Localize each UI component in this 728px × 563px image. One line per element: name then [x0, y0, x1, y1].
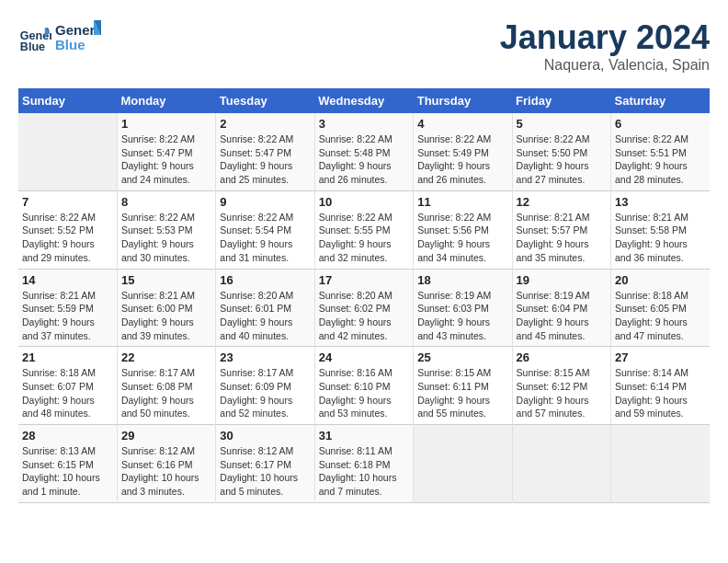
day-number: 10: [319, 195, 409, 209]
calendar-cell: 6Sunrise: 8:22 AMSunset: 5:51 PMDaylight…: [611, 113, 710, 190]
calendar-cell: 10Sunrise: 8:22 AMSunset: 5:55 PMDayligh…: [314, 190, 413, 269]
calendar-cell: 4Sunrise: 8:22 AMSunset: 5:49 PMDaylight…: [414, 113, 512, 190]
day-info: Sunrise: 8:13 AMSunset: 6:15 PMDaylight:…: [22, 444, 113, 499]
col-thursday: Thursday: [414, 88, 512, 113]
day-info: Sunrise: 8:19 AMSunset: 6:03 PMDaylight:…: [417, 289, 507, 343]
day-number: 11: [417, 195, 507, 209]
calendar-cell: 21Sunrise: 8:18 AMSunset: 6:07 PMDayligh…: [18, 347, 117, 425]
day-number: 12: [517, 195, 607, 209]
calendar-cell: 22Sunrise: 8:17 AMSunset: 6:08 PMDayligh…: [117, 347, 215, 425]
day-number: 23: [220, 350, 310, 364]
calendar-cell: [414, 425, 512, 503]
calendar-cell: [611, 425, 710, 503]
logo-graphic: General Blue: [55, 18, 101, 57]
calendar-table: Sunday Monday Tuesday Wednesday Thursday…: [18, 88, 710, 503]
day-info: Sunrise: 8:19 AMSunset: 6:04 PMDaylight:…: [517, 289, 607, 343]
day-number: 7: [22, 195, 113, 209]
calendar-cell: 7Sunrise: 8:22 AMSunset: 5:52 PMDaylight…: [18, 190, 117, 269]
col-monday: Monday: [117, 88, 215, 113]
day-number: 9: [220, 195, 310, 209]
calendar-cell: 16Sunrise: 8:20 AMSunset: 6:01 PMDayligh…: [216, 269, 314, 347]
day-number: 13: [615, 195, 706, 209]
day-number: 8: [121, 195, 211, 209]
calendar-cell: 19Sunrise: 8:19 AMSunset: 6:04 PMDayligh…: [512, 269, 610, 347]
day-info: Sunrise: 8:12 AMSunset: 6:16 PMDaylight:…: [121, 444, 211, 499]
calendar-cell: 23Sunrise: 8:17 AMSunset: 6:09 PMDayligh…: [216, 347, 314, 425]
calendar-cell: 31Sunrise: 8:11 AMSunset: 6:18 PMDayligh…: [314, 425, 413, 503]
day-number: 22: [121, 350, 211, 364]
calendar-week-row: 7Sunrise: 8:22 AMSunset: 5:52 PMDaylight…: [18, 190, 710, 269]
day-number: 20: [615, 273, 706, 287]
col-sunday: Sunday: [18, 88, 117, 113]
calendar-cell: 28Sunrise: 8:13 AMSunset: 6:15 PMDayligh…: [18, 425, 117, 503]
day-info: Sunrise: 8:22 AMSunset: 5:56 PMDaylight:…: [417, 211, 507, 265]
calendar-week-row: 14Sunrise: 8:21 AMSunset: 5:59 PMDayligh…: [18, 269, 710, 347]
day-info: Sunrise: 8:11 AMSunset: 6:18 PMDaylight:…: [319, 444, 409, 499]
day-info: Sunrise: 8:22 AMSunset: 5:52 PMDaylight:…: [22, 211, 113, 265]
day-number: 17: [319, 273, 409, 287]
day-info: Sunrise: 8:15 AMSunset: 6:11 PMDaylight:…: [417, 366, 507, 420]
day-number: 14: [22, 273, 113, 287]
day-number: 31: [319, 429, 409, 442]
day-info: Sunrise: 8:22 AMSunset: 5:47 PMDaylight:…: [220, 132, 310, 187]
day-number: 3: [319, 117, 409, 131]
calendar-cell: 3Sunrise: 8:22 AMSunset: 5:48 PMDaylight…: [314, 113, 413, 190]
calendar-week-row: 21Sunrise: 8:18 AMSunset: 6:07 PMDayligh…: [18, 347, 710, 425]
day-info: Sunrise: 8:17 AMSunset: 6:08 PMDaylight:…: [121, 366, 211, 420]
calendar-cell: 30Sunrise: 8:12 AMSunset: 6:17 PMDayligh…: [216, 425, 314, 503]
day-info: Sunrise: 8:20 AMSunset: 6:01 PMDaylight:…: [220, 289, 310, 343]
title-section: January 2024 Naquera, Valencia, Spain: [500, 18, 710, 74]
day-info: Sunrise: 8:21 AMSunset: 5:58 PMDaylight:…: [615, 211, 706, 265]
svg-text:Blue: Blue: [20, 40, 45, 53]
calendar-cell: 27Sunrise: 8:14 AMSunset: 6:14 PMDayligh…: [611, 347, 710, 425]
day-info: Sunrise: 8:22 AMSunset: 5:53 PMDaylight:…: [121, 211, 211, 265]
calendar-cell: 14Sunrise: 8:21 AMSunset: 5:59 PMDayligh…: [18, 269, 117, 347]
calendar-cell: 26Sunrise: 8:15 AMSunset: 6:12 PMDayligh…: [512, 347, 610, 425]
day-number: 25: [417, 350, 507, 364]
day-number: 4: [417, 117, 507, 131]
calendar-cell: 18Sunrise: 8:19 AMSunset: 6:03 PMDayligh…: [414, 269, 512, 347]
day-info: Sunrise: 8:22 AMSunset: 5:47 PMDaylight:…: [121, 132, 211, 187]
day-number: 24: [319, 350, 409, 364]
logo-icon: General Blue: [18, 21, 51, 54]
day-number: 1: [121, 117, 211, 131]
calendar-cell: 13Sunrise: 8:21 AMSunset: 5:58 PMDayligh…: [611, 190, 710, 269]
calendar-cell: 2Sunrise: 8:22 AMSunset: 5:47 PMDaylight…: [216, 113, 314, 190]
calendar-cell: 8Sunrise: 8:22 AMSunset: 5:53 PMDaylight…: [117, 190, 215, 269]
day-info: Sunrise: 8:22 AMSunset: 5:48 PMDaylight:…: [319, 132, 409, 187]
calendar-week-row: 28Sunrise: 8:13 AMSunset: 6:15 PMDayligh…: [18, 425, 710, 503]
day-info: Sunrise: 8:12 AMSunset: 6:17 PMDaylight:…: [220, 444, 310, 499]
day-info: Sunrise: 8:22 AMSunset: 5:50 PMDaylight:…: [517, 132, 607, 187]
day-number: 29: [121, 429, 211, 442]
day-info: Sunrise: 8:17 AMSunset: 6:09 PMDaylight:…: [220, 366, 310, 420]
calendar-cell: 9Sunrise: 8:22 AMSunset: 5:54 PMDaylight…: [216, 190, 314, 269]
day-info: Sunrise: 8:18 AMSunset: 6:05 PMDaylight:…: [615, 289, 706, 343]
calendar-cell: 1Sunrise: 8:22 AMSunset: 5:47 PMDaylight…: [117, 113, 215, 190]
day-number: 30: [220, 429, 310, 442]
day-number: 2: [220, 117, 310, 131]
calendar-cell: 15Sunrise: 8:21 AMSunset: 6:00 PMDayligh…: [117, 269, 215, 347]
calendar-cell: 24Sunrise: 8:16 AMSunset: 6:10 PMDayligh…: [314, 347, 413, 425]
svg-text:Blue: Blue: [55, 37, 85, 52]
calendar-cell: 12Sunrise: 8:21 AMSunset: 5:57 PMDayligh…: [512, 190, 610, 269]
day-info: Sunrise: 8:22 AMSunset: 5:55 PMDaylight:…: [319, 211, 409, 265]
day-number: 18: [417, 273, 507, 287]
calendar-cell: [512, 425, 610, 503]
day-info: Sunrise: 8:22 AMSunset: 5:49 PMDaylight:…: [417, 132, 507, 187]
page-title: January 2024: [500, 18, 710, 57]
day-number: 15: [121, 273, 211, 287]
day-info: Sunrise: 8:14 AMSunset: 6:14 PMDaylight:…: [615, 366, 706, 420]
calendar-cell: 5Sunrise: 8:22 AMSunset: 5:50 PMDaylight…: [512, 113, 610, 190]
calendar-cell: 11Sunrise: 8:22 AMSunset: 5:56 PMDayligh…: [414, 190, 512, 269]
calendar-cell: [18, 113, 117, 190]
col-friday: Friday: [512, 88, 610, 113]
day-number: 27: [615, 350, 706, 364]
day-number: 26: [517, 350, 607, 364]
logo: General Blue General Blue: [18, 18, 101, 57]
calendar-cell: 20Sunrise: 8:18 AMSunset: 6:05 PMDayligh…: [611, 269, 710, 347]
page-header: General Blue General Blue January 2024 N…: [18, 18, 710, 74]
calendar-cell: 29Sunrise: 8:12 AMSunset: 6:16 PMDayligh…: [117, 425, 215, 503]
day-info: Sunrise: 8:21 AMSunset: 5:57 PMDaylight:…: [517, 211, 607, 265]
col-tuesday: Tuesday: [216, 88, 314, 113]
day-number: 28: [22, 429, 113, 442]
